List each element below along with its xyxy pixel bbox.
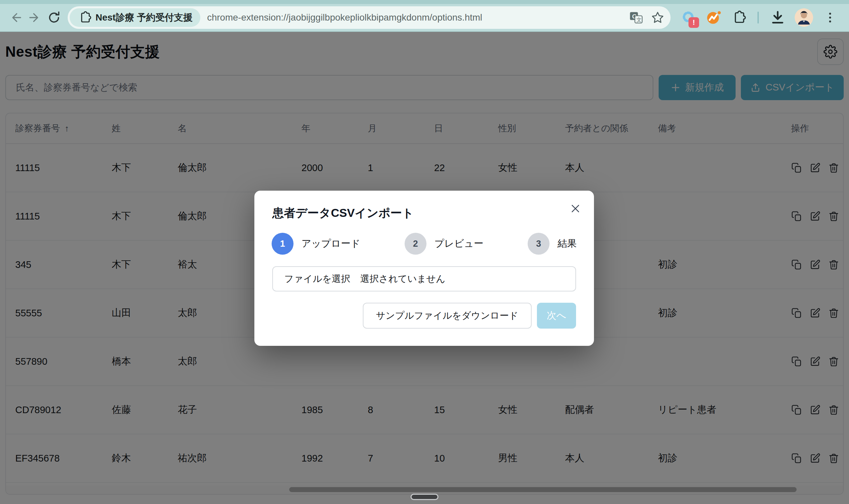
forward-button[interactable]: [25, 8, 44, 27]
bookmark-star-icon[interactable]: [651, 11, 665, 24]
step-3-circle: 3: [528, 233, 549, 255]
toolbar-separator: [757, 12, 759, 23]
step-result: 3 結果: [528, 233, 577, 255]
step-preview: 2 プレビュー: [404, 233, 484, 255]
modal-close-button[interactable]: [568, 201, 583, 216]
file-status-text: 選択されていません: [360, 273, 446, 285]
svg-text:文: 文: [636, 17, 642, 22]
step-1-circle: 1: [272, 233, 293, 255]
downloads-button[interactable]: [770, 9, 786, 26]
translate-icon[interactable]: G 文: [629, 10, 644, 25]
forward-icon: [28, 11, 41, 24]
reload-icon: [48, 11, 61, 24]
import-steps: 1 アップロード 2 プレビュー 3 結果: [254, 233, 594, 255]
file-input[interactable]: ファイルを選択 選択されていません: [272, 266, 576, 291]
extension-icon-orange[interactable]: [705, 9, 722, 26]
back-button[interactable]: [6, 8, 25, 27]
home-indicator: [411, 494, 438, 500]
app-window: Nest診療 予約受付支援 chrome-extension://jaobijg…: [0, 0, 849, 504]
step-1-label: アップロード: [302, 237, 360, 250]
download-sample-button[interactable]: サンプルファイルをダウンロード: [363, 303, 531, 329]
extension-name-chip[interactable]: Nest診療 予約受付支援: [70, 8, 200, 27]
url-text: chrome-extension://jaobijggilbpokepliolk…: [207, 12, 629, 23]
extension-icon-error[interactable]: !: [680, 9, 697, 26]
back-icon: [9, 11, 22, 24]
next-button[interactable]: 次へ: [537, 303, 576, 329]
extensions-puzzle-button[interactable]: [730, 9, 747, 26]
address-bar[interactable]: Nest診療 予約受付支援 chrome-extension://jaobijg…: [68, 6, 671, 29]
step-3-label: 結果: [558, 237, 577, 250]
reload-button[interactable]: [44, 8, 64, 27]
step-upload: 1 アップロード: [272, 233, 360, 255]
modal-title: 患者データCSVインポート: [272, 205, 414, 221]
browser-toolbar: Nest診療 予約受付支援 chrome-extension://jaobijg…: [0, 0, 849, 32]
profile-avatar[interactable]: [795, 8, 813, 27]
step-2-circle: 2: [404, 233, 427, 255]
browser-menu-button[interactable]: [822, 9, 838, 26]
tab-strip: [0, 0, 849, 4]
extension-chip-label: Nest診療 予約受付支援: [95, 11, 192, 24]
step-2-label: プレビュー: [434, 237, 484, 250]
csv-import-modal: 患者データCSVインポート 1 アップロード 2 プレビュー 3 結果 ファイル…: [254, 191, 594, 346]
close-icon: [570, 203, 581, 214]
file-select-label[interactable]: ファイルを選択: [284, 273, 350, 285]
extension-error-badge: !: [688, 17, 699, 28]
puzzle-icon: [78, 11, 92, 24]
